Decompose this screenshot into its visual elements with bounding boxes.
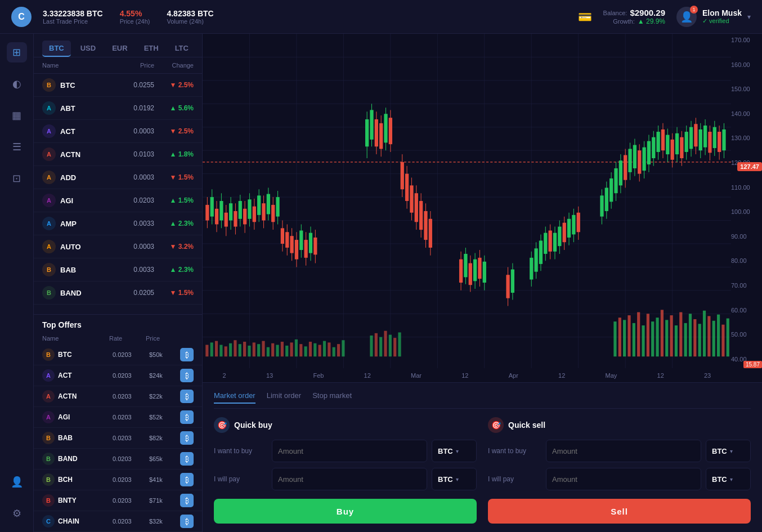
tab-usd[interactable]: USD [74, 41, 102, 57]
offer-buy-button[interactable]: ₿ [180, 410, 194, 424]
topbar-right: 💳 Balance: $2900.29 Growth: ▲ 29.9% 👤 1 … [578, 7, 751, 27]
svg-rect-103 [243, 209, 246, 225]
asset-row[interactable]: B BTC 0.0255 ▼ 2.5% [34, 74, 202, 97]
svg-rect-69 [651, 321, 654, 356]
offer-buy-button[interactable]: ₿ [180, 348, 194, 361]
sell-input-1-wrap[interactable] [546, 440, 701, 462]
tab-eth[interactable]: ETH [137, 41, 165, 57]
topbar-stats: 3.33223838 BTC Last Trade Price 4.55% Pr… [43, 9, 578, 25]
offer-name: ACT [58, 372, 113, 379]
buy-button[interactable]: Buy [214, 499, 477, 524]
sell-row-1: I want to buy BTC ▾ [488, 440, 751, 462]
asset-row[interactable]: B BAND 0.0205 ▼ 1.5% [34, 281, 202, 305]
buy-currency-select-1[interactable]: BTC ▾ [432, 440, 477, 462]
offer-price: $82k [149, 435, 180, 441]
offer-row[interactable]: B BTC 0.0203 $50k ₿ [34, 345, 202, 365]
sell-pay-input[interactable] [552, 475, 695, 484]
sidebar-icon-settings[interactable]: ⚙ [7, 503, 27, 524]
sidebar-icon-wallet[interactable]: ⊡ [7, 168, 27, 189]
sidebar-icon-profile[interactable]: 👤 [7, 472, 27, 492]
tab-eur[interactable]: EUR [105, 41, 134, 57]
asset-change: ▲ 2.3% [154, 266, 194, 274]
svg-rect-71 [661, 310, 664, 356]
sell-currency-select-1[interactable]: BTC ▾ [706, 440, 751, 462]
sidebar-icon-orders[interactable]: ☰ [7, 137, 27, 157]
order-tabs: Market order Limit order Stop market [214, 391, 751, 409]
asset-row[interactable]: A ACT 0.0003 ▼ 2.5% [34, 120, 202, 143]
svg-rect-221 [652, 137, 655, 158]
offer-row[interactable]: C CHAIN 0.0203 $32k ₿ [34, 511, 202, 532]
asset-row[interactable]: A ACTN 0.0103 ▲ 1.8% [34, 143, 202, 166]
offer-row[interactable]: B BNTY 0.0203 $71k ₿ [34, 490, 202, 511]
svg-rect-173 [506, 275, 509, 298]
offer-icon: A [42, 390, 55, 403]
svg-rect-101 [239, 201, 242, 219]
buy-amount-input[interactable] [278, 447, 421, 455]
user-chevron-icon: ▾ [747, 13, 751, 21]
asset-row[interactable]: B BAB 0.0033 ▲ 2.3% [34, 258, 202, 281]
asset-row[interactable]: A ABT 0.0192 ▲ 5.6% [34, 97, 202, 120]
tab-ltc[interactable]: LTC [168, 41, 195, 57]
asset-price: 0.0003 [115, 173, 154, 181]
offer-buy-button[interactable]: ₿ [180, 431, 194, 445]
y-label: 140.00 [731, 110, 759, 117]
asset-row[interactable]: A AUTO 0.0003 ▼ 3.2% [34, 235, 202, 258]
sell-currency-select-2[interactable]: BTC ▾ [706, 468, 751, 490]
svg-rect-43 [295, 339, 298, 356]
buy-input-1-wrap[interactable] [272, 440, 427, 462]
offer-rate: 0.0203 [113, 435, 149, 441]
asset-row[interactable]: A ADD 0.0003 ▼ 1.5% [34, 166, 202, 189]
offer-row[interactable]: B BCH 0.0203 $41k ₿ [34, 470, 202, 490]
svg-rect-56 [379, 337, 382, 357]
offer-buy-button[interactable]: ₿ [180, 369, 194, 382]
sidebar-icon-grid[interactable]: ▦ [7, 105, 27, 126]
offer-name: BTC [58, 351, 113, 359]
asset-name: AGI [60, 196, 115, 205]
offer-row[interactable]: A AGI 0.0203 $52k ₿ [34, 407, 202, 428]
notification-badge: 1 [690, 6, 698, 14]
user-name: Elon Musk [702, 8, 742, 17]
offers-col-rate: Rate [109, 335, 146, 342]
svg-rect-159 [429, 219, 432, 248]
offers-list: B BTC 0.0203 $50k ₿ A ACT 0.0203 $24k ₿ … [34, 345, 202, 532]
sell-amount-input[interactable] [552, 447, 695, 455]
svg-rect-77 [689, 314, 692, 356]
tab-stop-market[interactable]: Stop market [312, 391, 352, 404]
tab-market-order[interactable]: Market order [214, 391, 256, 404]
buy-pay-input[interactable] [278, 475, 421, 484]
y-label: 160.00 [731, 61, 759, 68]
tab-btc[interactable]: BTC [42, 41, 71, 57]
offer-row[interactable]: A ACT 0.0203 $24k ₿ [34, 365, 202, 386]
offer-name: AGI [58, 413, 113, 421]
sell-input-2-wrap[interactable] [546, 468, 701, 490]
svg-rect-163 [464, 254, 467, 277]
offer-buy-button[interactable]: ₿ [180, 390, 194, 403]
sidebar-icon-dashboard[interactable]: ⊞ [7, 42, 27, 62]
offer-buy-button[interactable]: ₿ [180, 515, 194, 528]
sell-button[interactable]: Sell [488, 499, 751, 524]
sidebar-icon-chart[interactable]: ◐ [7, 74, 27, 94]
offer-row[interactable]: B BAB 0.0203 $82k ₿ [34, 428, 202, 449]
svg-rect-231 [675, 133, 679, 154]
svg-rect-133 [313, 238, 317, 254]
svg-rect-82 [712, 321, 715, 357]
asset-row[interactable]: A AMP 0.0033 ▲ 2.3% [34, 212, 202, 235]
offer-row[interactable]: B BAND 0.0203 $65k ₿ [34, 449, 202, 470]
user-block[interactable]: 👤 1 Elon Musk ✓ verified ▾ [676, 7, 751, 27]
offer-icon: B [42, 453, 55, 465]
buy-currency-select-2[interactable]: BTC ▾ [432, 468, 477, 490]
x-label: Apr [509, 372, 518, 379]
buy-input-2-wrap[interactable] [272, 468, 427, 490]
trading-panel: Market order Limit order Stop market 🎯 Q… [203, 382, 762, 532]
tab-limit-order[interactable]: Limit order [267, 391, 301, 404]
offer-buy-button[interactable]: ₿ [180, 494, 194, 507]
offer-row[interactable]: A ACTN 0.0203 $22k ₿ [34, 386, 202, 407]
offer-buy-button[interactable]: ₿ [180, 473, 194, 486]
y-label: 90.00 [731, 233, 759, 240]
svg-rect-66 [637, 312, 640, 357]
asset-row[interactable]: A AGI 0.0203 ▲ 1.5% [34, 189, 202, 212]
svg-rect-247 [713, 127, 716, 148]
svg-rect-119 [281, 228, 284, 244]
offer-buy-button[interactable]: ₿ [180, 452, 194, 466]
asset-price: 0.0192 [115, 104, 154, 112]
